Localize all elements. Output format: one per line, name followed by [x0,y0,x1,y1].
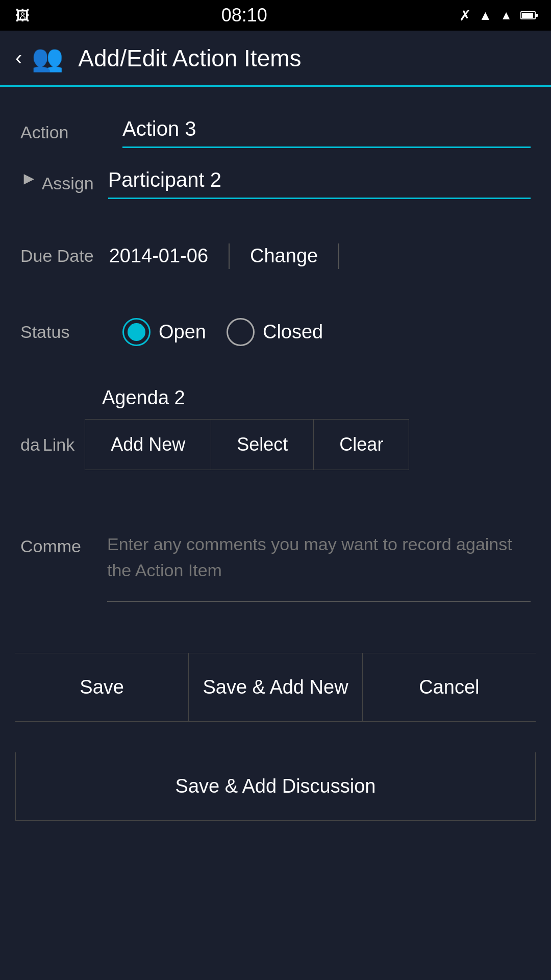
save-discussion-wrapper: Save & Add Discussion [15,752,536,821]
clear-button[interactable]: Clear [314,420,409,470]
agenda-button-group: Add New Select Clear [85,419,409,470]
due-date-row: Due Date 2014-01-06 Change [0,225,551,287]
select-button[interactable]: Select [211,420,314,470]
agenda-value: Agenda 2 [102,387,185,409]
battery-icon [520,11,536,19]
agenda-link-label: Link [43,435,74,455]
cancel-button[interactable]: Cancel [363,653,536,721]
save-add-discussion-button[interactable]: Save & Add Discussion [16,752,535,820]
divider-1 [229,243,230,269]
status-label: Status [20,322,122,342]
status-open-option[interactable]: Open [122,318,206,346]
header-icon: 👥 [27,38,68,79]
due-date-value: 2014-01-06 [109,245,208,267]
team-icon: 👥 [32,43,63,73]
wifi-icon: ▲ [479,8,492,23]
assign-arrow: ► [20,168,38,188]
assign-input[interactable] [108,168,531,191]
bluetooth-icon: ✗ [459,7,471,24]
add-new-button[interactable]: Add New [85,420,211,470]
status-bar-time: 08:10 [221,5,267,26]
due-date-label: Due Date [20,246,94,266]
assign-label: Assign [42,168,108,193]
back-button[interactable]: ‹ [15,46,22,69]
bottom-button-group: Save Save & Add New Cancel [15,653,536,722]
assign-input-wrapper [108,168,531,199]
header: ‹ 👥 Add/Edit Action Items [0,31,551,87]
open-radio-label: Open [159,321,206,343]
signal-icon: ▲ [500,8,512,22]
closed-radio-circle[interactable] [227,318,255,346]
action-label: Action [20,117,122,142]
page-title: Add/Edit Action Items [78,44,301,72]
status-closed-option[interactable]: Closed [227,318,323,346]
agenda-label-row: Agenda 2 [0,377,551,409]
comments-input-wrapper [107,531,531,602]
status-radio-group: Open Closed [122,318,323,346]
status-bar: 🖼 08:10 ✗ ▲ ▲ [0,0,551,31]
open-radio-inner [128,323,145,341]
open-radio-circle[interactable] [122,318,151,346]
action-row: Action [0,107,551,158]
divider-2 [338,243,339,269]
save-add-new-button[interactable]: Save & Add New [189,653,362,721]
agenda-da-label: da [20,435,40,455]
action-input[interactable] [122,117,531,140]
action-input-wrapper [122,117,531,148]
comments-textarea[interactable] [107,531,531,593]
status-row: Status Open Closed [0,303,551,361]
status-bar-left: 🖼 [15,7,30,24]
change-date-button[interactable]: Change [240,240,328,272]
comments-label: Comme [20,531,107,556]
agenda-buttons-section: da Link Add New Select Clear [0,409,551,480]
comments-row: Comme [0,511,551,622]
assign-row: ► Assign [0,158,551,209]
content-area: Action ► Assign Due Date 2014-01-06 Chan… [0,87,551,841]
screen-icon: 🖼 [15,7,30,24]
closed-radio-label: Closed [263,321,323,343]
save-button[interactable]: Save [15,653,189,721]
status-bar-right: ✗ ▲ ▲ [459,7,536,24]
